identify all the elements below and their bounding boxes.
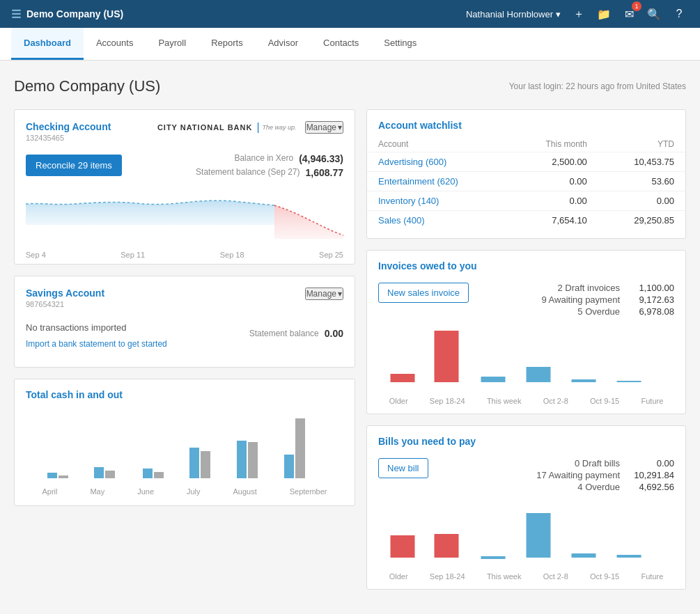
- line-chart-svg: [26, 190, 343, 246]
- stat-label: 0 Draft bills: [575, 458, 620, 469]
- balance-xero: (4,946.33): [299, 153, 343, 164]
- savings-statement: Statement balance 0.00: [249, 328, 343, 339]
- svg-rect-21: [527, 513, 551, 558]
- invoices-title: Invoices owed to you: [378, 260, 674, 271]
- stat-label: 2 Draft invoices: [557, 283, 620, 293]
- new-sales-invoice-button[interactable]: New sales invoice: [378, 283, 469, 303]
- watchlist-header: Account watchlist: [367, 110, 685, 136]
- savings-number: 987654321: [26, 300, 104, 308]
- invoices-bar-area: [367, 318, 685, 394]
- cash-bar-chart: [15, 400, 355, 485]
- watchlist-header-row: Account This month YTD: [367, 136, 685, 152]
- watchlist-account[interactable]: Entertainment (620): [367, 172, 510, 191]
- folder-icon[interactable]: 📁: [594, 4, 614, 24]
- label-september: September: [290, 487, 327, 496]
- user-menu[interactable]: Nathanial Hornblower ▾: [466, 9, 561, 19]
- bills-bar-area: [367, 494, 685, 569]
- chevron-icon: ▾: [338, 123, 342, 132]
- tab-settings[interactable]: Settings: [371, 28, 429, 60]
- watchlist-account[interactable]: Advertising (600): [367, 152, 510, 172]
- col-ytd: YTD: [598, 136, 685, 152]
- chevron-icon: ▾: [338, 289, 342, 299]
- invoices-action-row: New sales invoice 2 Draft invoices1,100.…: [378, 283, 674, 318]
- svg-rect-18: [391, 535, 415, 558]
- stat-value: 1,100.00: [625, 283, 674, 293]
- checking-manage-button[interactable]: Manage ▾: [305, 121, 343, 134]
- svg-rect-19: [435, 534, 459, 558]
- help-icon[interactable]: ?: [669, 4, 689, 24]
- bills-stat-row: 0 Draft bills0.00: [440, 458, 674, 469]
- reconcile-button[interactable]: Reconcile 29 items: [26, 155, 122, 176]
- savings-header: Savings Account 987654321 Manage ▾: [26, 288, 343, 308]
- statement-value: 1,608.77: [306, 167, 344, 178]
- checking-card-body: Checking Account 132435465 CITY NATIONAL…: [15, 110, 355, 264]
- bank-name: CITY NATIONAL BANK: [157, 123, 253, 132]
- statement-label: Statement balance (Sep 27): [196, 167, 300, 178]
- x-label: This week: [487, 397, 522, 405]
- app-icon: ☰: [11, 8, 21, 21]
- bills-body: New bill 0 Draft bills0.0017 Awaiting pa…: [367, 452, 685, 494]
- label-august: August: [233, 487, 257, 496]
- label-april: April: [42, 487, 57, 496]
- bills-stats: 0 Draft bills0.0017 Awaiting payment10,2…: [440, 458, 674, 494]
- svg-rect-23: [617, 555, 641, 558]
- bank-icon: |: [256, 121, 259, 134]
- main-grid: Checking Account 132435465 CITY NATIONAL…: [14, 109, 686, 601]
- import-link[interactable]: Import a bank statement to get started: [26, 339, 167, 349]
- xero-balance-row: Balance in Xero (4,946.33): [196, 153, 343, 164]
- checking-number: 132435465: [26, 134, 111, 142]
- new-bill-button[interactable]: New bill: [378, 458, 428, 478]
- tab-accounts[interactable]: Accounts: [84, 28, 146, 60]
- watchlist-card: Account watchlist Account This month YTD…: [366, 109, 686, 239]
- stat-label: 17 Awaiting payment: [536, 470, 620, 480]
- x-label: Oct 2-8: [543, 397, 568, 405]
- svg-rect-20: [481, 556, 506, 559]
- tab-dashboard[interactable]: Dashboard: [11, 28, 84, 60]
- checking-header: Checking Account 132435465 CITY NATIONAL…: [26, 121, 343, 142]
- label-sep18: Sep 18: [220, 251, 244, 259]
- tab-contacts[interactable]: Contacts: [311, 28, 371, 60]
- cash-chart-title: Total cash in and out: [15, 379, 355, 400]
- x-label: Oct 9-15: [590, 397, 619, 405]
- company-section: ☰ Demo Company (US): [11, 8, 123, 21]
- watchlist-ytd: 53.60: [598, 172, 685, 191]
- checking-chart-labels: Sep 4 Sep 11 Sep 18 Sep 25: [26, 251, 343, 259]
- bank-logo: CITY NATIONAL BANK | The way up.: [157, 121, 297, 134]
- watchlist-account[interactable]: Inventory (140): [367, 191, 510, 211]
- checking-name: Checking Account: [26, 121, 111, 132]
- invoice-stat-row: 5 Overdue6,978.08: [480, 306, 674, 317]
- tab-payroll[interactable]: Payroll: [146, 28, 199, 60]
- svg-rect-17: [617, 381, 641, 382]
- invoices-header: Invoices owed to you: [367, 251, 685, 277]
- tab-reports[interactable]: Reports: [199, 28, 256, 60]
- watchlist-this-month: 2,500.00: [510, 152, 598, 172]
- notification-button[interactable]: ✉ 1: [619, 4, 639, 24]
- x-label: Oct 9-15: [590, 572, 619, 581]
- stat-label: 5 Overdue: [577, 306, 620, 317]
- col-this-month: This month: [510, 136, 598, 152]
- search-icon[interactable]: 🔍: [644, 4, 664, 24]
- watchlist-table: Account This month YTD Advertising (600)…: [367, 136, 685, 230]
- invoice-stat-row: 9 Awaiting payment9,172.63: [480, 294, 674, 305]
- stat-value: 9,172.63: [625, 294, 674, 305]
- x-label: Older: [389, 572, 408, 581]
- cash-chart-card: Total cash in and out: [14, 379, 355, 506]
- svg-rect-8: [237, 441, 247, 478]
- bills-card: Bills you need to pay New bill 0 Draft b…: [366, 425, 686, 590]
- stat-label: 9 Awaiting payment: [542, 294, 621, 305]
- checking-chart: Sep 4 Sep 11 Sep 18 Sep 25: [26, 190, 343, 246]
- svg-rect-4: [143, 469, 153, 478]
- bills-stat-row: 4 Overdue4,692.56: [440, 482, 674, 492]
- add-button[interactable]: ＋: [569, 4, 589, 24]
- nav-tabs: Dashboard Accounts Payroll Reports Advis…: [11, 28, 429, 60]
- watchlist-account[interactable]: Sales (400): [367, 211, 510, 230]
- x-label: Future: [641, 572, 664, 581]
- savings-account-card: Savings Account 987654321 Manage ▾ No tr…: [14, 276, 355, 368]
- savings-manage-button[interactable]: Manage ▾: [305, 288, 343, 300]
- label-july: July: [187, 487, 201, 496]
- col-account: Account: [367, 136, 510, 152]
- tab-advisor[interactable]: Advisor: [256, 28, 311, 60]
- svg-rect-13: [435, 331, 459, 382]
- svg-rect-1: [59, 475, 68, 478]
- svg-rect-2: [94, 467, 104, 478]
